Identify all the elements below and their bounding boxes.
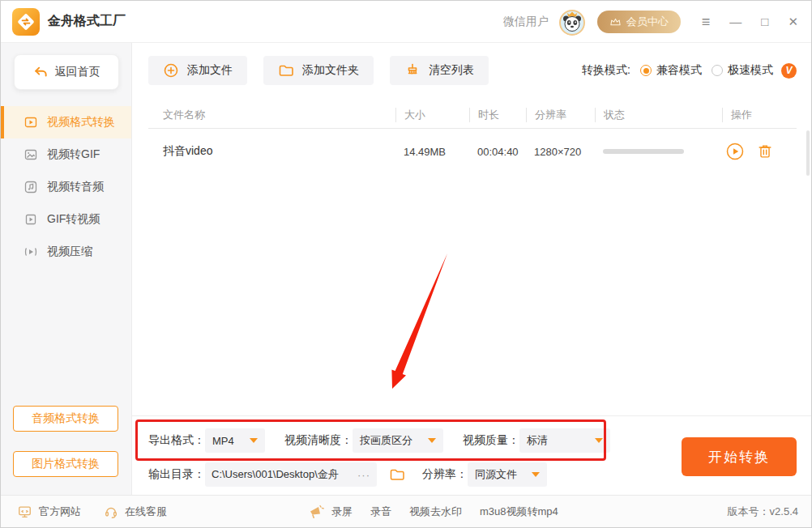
col-duration: 时长 bbox=[469, 108, 526, 122]
image-icon bbox=[24, 147, 38, 162]
play-button[interactable] bbox=[725, 142, 745, 161]
output-settings-row: 输出目录： C:\Users\001\Desktop\金舟 ··· 分辨率： 同… bbox=[148, 463, 547, 486]
maximize-icon[interactable]: □ bbox=[761, 15, 768, 28]
version-label: 版本号：v2.5.4 bbox=[728, 505, 798, 519]
radio-selected-icon[interactable] bbox=[640, 65, 652, 76]
dropdown-caret-icon bbox=[595, 438, 603, 443]
crown-icon bbox=[609, 17, 622, 27]
browse-ellipsis-button[interactable]: ··· bbox=[357, 469, 370, 481]
member-center-label: 会员中心 bbox=[626, 15, 669, 29]
file-resolution: 1280×720 bbox=[526, 146, 595, 158]
monitor-icon bbox=[17, 505, 32, 519]
sidebar-nav: 视频格式转换 视频转GIF bbox=[1, 106, 131, 268]
mode-option-fast[interactable]: 极速模式 bbox=[712, 63, 773, 78]
vip-badge-icon: V bbox=[781, 63, 797, 79]
file-status bbox=[595, 149, 722, 154]
user-avatar[interactable] bbox=[558, 8, 586, 36]
back-home-label: 返回首页 bbox=[55, 65, 100, 79]
resolution-dropdown[interactable]: 同源文件 bbox=[468, 462, 547, 487]
megaphone-icon bbox=[307, 504, 325, 520]
delete-button[interactable] bbox=[756, 143, 774, 160]
file-duration: 00:04:40 bbox=[469, 146, 526, 158]
sidebar-item-gif-to-video[interactable]: GIF转视频 bbox=[1, 203, 131, 236]
back-home-button[interactable]: 返回首页 bbox=[14, 54, 119, 90]
play-box-icon bbox=[24, 212, 38, 227]
table-header: 文件名称 大小 时长 分辨率 状态 操作 bbox=[148, 101, 797, 129]
user-name: 微信用户 bbox=[503, 15, 549, 29]
export-format-value: MP4 bbox=[212, 435, 234, 447]
footer-tools: 录屏 录音 视频去水印 m3u8视频转mp4 bbox=[307, 504, 558, 520]
official-website-link[interactable]: 官方网站 bbox=[17, 505, 81, 519]
export-format-dropdown[interactable]: MP4 bbox=[205, 428, 265, 453]
tool-screen-record[interactable]: 录屏 bbox=[331, 505, 353, 519]
app-window: 金舟格式工厂 微信用户 会员中心 ≡ — □ ✕ bbox=[0, 0, 812, 528]
folder-icon bbox=[388, 466, 406, 483]
clear-list-label: 清空列表 bbox=[429, 63, 474, 78]
open-folder-button[interactable] bbox=[388, 466, 406, 483]
radio-unselected-icon[interactable] bbox=[712, 65, 723, 76]
back-arrow-icon bbox=[33, 66, 48, 79]
headset-icon bbox=[104, 505, 118, 519]
folder-icon bbox=[278, 62, 294, 79]
col-resolution: 分辨率 bbox=[526, 108, 595, 122]
col-filename: 文件名称 bbox=[148, 108, 395, 122]
online-support-link[interactable]: 在线客服 bbox=[104, 505, 167, 519]
tool-audio-record[interactable]: 录音 bbox=[370, 505, 391, 519]
app-logo-icon bbox=[12, 8, 40, 36]
member-center-button[interactable]: 会员中心 bbox=[597, 11, 681, 33]
menu-icon[interactable]: ≡ bbox=[702, 15, 711, 29]
resolution-value: 同源文件 bbox=[475, 467, 517, 482]
tool-remove-watermark[interactable]: 视频去水印 bbox=[409, 505, 462, 519]
window-controls: ≡ — □ ✕ bbox=[702, 15, 798, 29]
minimize-icon[interactable]: — bbox=[729, 15, 741, 28]
compress-icon bbox=[24, 245, 38, 259]
sidebar-item-video-convert[interactable]: 视频格式转换 bbox=[1, 106, 131, 138]
footer-bar: 官方网站 在线客服 录屏 录音 视频去水印 m3u8视频转mp4 版本号：v2.… bbox=[1, 495, 811, 527]
audio-convert-button[interactable]: 音频格式转换 bbox=[13, 406, 118, 432]
image-convert-button[interactable]: 图片格式转换 bbox=[13, 451, 118, 477]
app-title: 金舟格式工厂 bbox=[48, 13, 126, 30]
sidebar-item-label: 视频压缩 bbox=[47, 245, 92, 259]
official-website-label: 官方网站 bbox=[39, 505, 81, 519]
col-operation: 操作 bbox=[722, 108, 797, 122]
sidebar-item-video-compress[interactable]: 视频压缩 bbox=[1, 236, 131, 268]
tool-m3u8-to-mp4[interactable]: m3u8视频转mp4 bbox=[480, 505, 558, 519]
output-dir-label: 输出目录： bbox=[148, 467, 205, 482]
output-dir-value: C:\Users\001\Desktop\金舟 bbox=[212, 467, 354, 482]
output-dir-field[interactable]: C:\Users\001\Desktop\金舟 ··· bbox=[205, 462, 377, 487]
scrollbar-thumb[interactable] bbox=[806, 130, 810, 176]
sidebar-item-label: 视频转GIF bbox=[47, 147, 100, 162]
sidebar-item-video-to-audio[interactable]: 视频转音频 bbox=[1, 171, 131, 203]
add-folder-button[interactable]: 添加文件夹 bbox=[263, 56, 374, 85]
video-icon bbox=[24, 115, 38, 130]
clarity-value: 按画质区分 bbox=[360, 433, 412, 448]
close-icon[interactable]: ✕ bbox=[788, 15, 798, 28]
toolbar: 添加文件 添加文件夹 清空列表 转换模式: 兼容 bbox=[132, 43, 812, 85]
clarity-dropdown[interactable]: 按画质区分 bbox=[353, 428, 443, 453]
row-actions bbox=[722, 142, 797, 161]
format-settings-row: 导出格式： MP4 视频清晰度： 按画质区分 视频质量： 标清 bbox=[148, 428, 610, 453]
export-format-label: 导出格式： bbox=[148, 433, 205, 448]
sidebar: 返回首页 视频格式转换 bbox=[1, 43, 132, 496]
progress-bar bbox=[603, 149, 684, 154]
dropdown-caret-icon bbox=[250, 438, 258, 443]
dropdown-caret-icon bbox=[532, 472, 540, 477]
dropdown-caret-icon bbox=[428, 438, 436, 443]
main-panel: 添加文件 添加文件夹 清空列表 转换模式: 兼容 bbox=[132, 43, 812, 496]
add-file-label: 添加文件 bbox=[187, 63, 233, 78]
plus-circle-icon bbox=[163, 62, 179, 79]
clarity-label: 视频清晰度： bbox=[284, 433, 353, 448]
play-circle-icon bbox=[725, 142, 745, 161]
start-convert-button[interactable]: 开始转换 bbox=[682, 437, 797, 476]
trash-icon bbox=[756, 143, 774, 160]
quality-dropdown[interactable]: 标清 bbox=[519, 428, 610, 453]
add-file-button[interactable]: 添加文件 bbox=[148, 56, 247, 85]
mode-option-compatible[interactable]: 兼容模式 bbox=[640, 63, 702, 78]
table-row[interactable]: 抖音video 14.49MB 00:04:40 1280×720 bbox=[148, 129, 797, 174]
settings-panel: 导出格式： MP4 视频清晰度： 按画质区分 视频质量： 标清 bbox=[132, 415, 812, 496]
mode-option-label: 兼容模式 bbox=[656, 63, 702, 78]
sidebar-item-video-to-gif[interactable]: 视频转GIF bbox=[1, 138, 131, 171]
mode-option-label: 极速模式 bbox=[728, 63, 773, 78]
clear-list-button[interactable]: 清空列表 bbox=[390, 56, 489, 85]
broom-icon bbox=[404, 62, 421, 79]
